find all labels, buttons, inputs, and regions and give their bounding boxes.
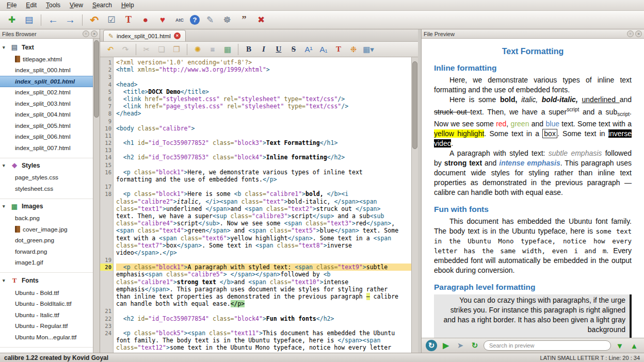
smarten-punctuation-icon[interactable]: ❉	[347, 43, 360, 56]
preview-document[interactable]: Text FormattingInline formattingHere, we…	[422, 39, 644, 338]
underline-button[interactable]: U	[272, 43, 285, 56]
code-line[interactable]: <p class="block1">Here, we demonstrate v…	[116, 169, 411, 176]
code-line[interactable]	[116, 256, 411, 264]
code-line[interactable]: <p class="block1">A paragraph with style…	[116, 264, 411, 271]
editor-tab[interactable]: ✎ index_split_001.html ×	[103, 30, 186, 41]
code-line[interactable]: text. Then, we have a super<sup class="c…	[116, 212, 411, 220]
paste-icon[interactable]: ❐	[170, 43, 183, 56]
file-item[interactable]: image1.gif	[0, 257, 93, 269]
file-item[interactable]: index_split_004.html	[0, 109, 93, 121]
chevron-down-icon[interactable]: ▾	[3, 204, 7, 209]
code-line[interactable]: than inline text properties as demonstra…	[116, 293, 411, 300]
undo-icon[interactable]: ↶	[104, 43, 117, 56]
code-line[interactable]: <?xml version='1.0' encoding='utf-8'?>	[116, 59, 411, 66]
editor-scrollbar-thumb[interactable]	[412, 61, 417, 149]
close-panel-icon[interactable]: ×	[635, 30, 642, 37]
code-line[interactable]: class="text1">underlined </span>and <spa…	[116, 205, 411, 212]
next-match-button[interactable]: ▼	[614, 340, 625, 351]
menu-edit[interactable]: Edit	[21, 1, 41, 10]
format-color-icon[interactable]: T	[332, 43, 345, 56]
menu-file[interactable]: File	[2, 1, 21, 10]
file-item[interactable]: stylesheet.css	[0, 183, 93, 194]
code-line[interactable]	[116, 146, 411, 154]
category-header-images[interactable]: ▾▦Images	[0, 200, 93, 213]
code-line[interactable]	[116, 118, 411, 125]
strikethrough-button[interactable]: S	[287, 43, 300, 56]
file-item[interactable]: Ubuntu - Italic.ttf	[0, 309, 93, 321]
save-icon[interactable]: ▤	[22, 13, 36, 27]
tools-icon[interactable]: ☸	[220, 13, 234, 27]
check-book-icon[interactable]: ☑	[105, 13, 118, 27]
preview-reload-button[interactable]: ↻	[426, 340, 437, 351]
preview-search-input[interactable]	[484, 340, 611, 351]
file-item[interactable]: Ubuntu - Regular.ttf	[0, 321, 93, 332]
file-item[interactable]: Ubuntu - Bold.ttf	[0, 287, 93, 299]
subscript-button[interactable]: A₁	[317, 43, 330, 56]
category-header-text[interactable]: ▾▤Text	[0, 41, 93, 54]
file-item[interactable]: forward.png	[0, 246, 93, 257]
code-line[interactable]: <p class="block1">Here is some <b class=…	[116, 190, 411, 198]
code-line[interactable]	[116, 183, 411, 190]
file-item[interactable]: index_split_005.html	[0, 120, 93, 131]
file-item[interactable]: back.png	[0, 213, 93, 224]
preview-send-icon[interactable]: ➤	[455, 340, 466, 351]
editor-scrollbar[interactable]	[411, 57, 418, 353]
close-panel-icon[interactable]: ×	[91, 30, 98, 37]
code-line[interactable]	[116, 132, 411, 139]
undo-icon[interactable]: ↶	[88, 13, 101, 27]
file-item[interactable]: index_split_000.html	[0, 65, 93, 76]
file-item[interactable]: index_split_003.html	[0, 98, 93, 109]
code-line[interactable]: <p class="block5"><span class="text11">T…	[116, 330, 411, 337]
code-line[interactable]	[116, 161, 411, 169]
code-line[interactable]: <h2 id="id_Toc359077854" class="block4">…	[116, 315, 411, 322]
code-line[interactable]: class="calibre4">script</sub>. Now we se…	[116, 220, 411, 227]
file-item[interactable]: titlepage.xhtml	[0, 54, 93, 65]
code-line[interactable]: class="calibre2">italic, </i><span class…	[116, 198, 411, 205]
code-line[interactable]: font family. The body text is in the Ubu…	[116, 337, 411, 344]
donate-icon[interactable]: ♥	[156, 13, 169, 27]
forward-icon[interactable]: →	[63, 13, 77, 27]
code-line[interactable]: <link href="page_styles.css" rel="styles…	[116, 103, 411, 110]
category-header-styles[interactable]: ▾❖Styles	[0, 159, 93, 172]
chevron-down-icon[interactable]: ▾	[3, 163, 7, 168]
files-scrollbar[interactable]	[93, 39, 100, 353]
code-line[interactable]: video</span>.</p>	[116, 249, 411, 256]
edit-icon[interactable]: ✎	[203, 13, 217, 27]
menu-tools[interactable]: Tools	[41, 1, 65, 10]
code-line[interactable]: formatting and the use of embedded fonts…	[116, 176, 411, 183]
preview-play-button[interactable]: ▶	[440, 340, 452, 351]
code-line[interactable]	[116, 322, 411, 330]
code-line[interactable]: emphasis<span class="calibre5"> </span><…	[116, 271, 411, 278]
code-line[interactable]: class="text7">box</span>. Some text in <…	[116, 242, 411, 249]
bold-button[interactable]: B	[243, 43, 255, 56]
file-item[interactable]: cover_image.jpg	[0, 224, 93, 235]
insert-table-icon[interactable]: ▦▾	[362, 43, 375, 56]
help-icon[interactable]: ?	[190, 15, 200, 25]
file-item[interactable]: index_split_001.html	[0, 76, 93, 87]
toc-icon[interactable]: AtC	[173, 13, 186, 27]
preview-refresh-button[interactable]: ↻	[469, 340, 480, 351]
code-line[interactable]	[116, 307, 411, 315]
file-item[interactable]: page_styles.css	[0, 172, 93, 184]
float-panel-icon[interactable]: ▫	[627, 30, 634, 37]
new-file-icon[interactable]: ✚	[5, 13, 19, 27]
code-line[interactable]: <html xmlns="http://www.w3.org/1999/xhtm…	[116, 66, 411, 73]
cut-icon[interactable]: ✂	[140, 43, 153, 56]
redo-icon[interactable]: ↷	[119, 43, 132, 56]
code-line[interactable]: text with a <span class="text6">yellow h…	[116, 235, 411, 242]
code-line[interactable]: emphasis</span>. This paragraph uses doc…	[116, 286, 411, 293]
menu-view[interactable]: View	[65, 1, 88, 10]
code-line[interactable]: </head>	[116, 110, 411, 117]
code-line[interactable]: <h2 id="id_Toc359077853" class="block4">…	[116, 154, 411, 161]
code-line[interactable]: <h1 id="id_Toc359077852" class="block3">…	[116, 139, 411, 146]
menu-search[interactable]: Search	[88, 1, 117, 10]
files-scrollbar-thumb[interactable]	[94, 40, 99, 118]
code-line[interactable]	[116, 73, 411, 80]
file-item[interactable]: dot_green.png	[0, 235, 93, 246]
file-item[interactable]: Ubuntu - BoldItalic.ttf	[0, 299, 93, 310]
category-header-fonts[interactable]: ▾TFonts	[0, 274, 93, 287]
insert-special-character-icon[interactable]: ✺	[191, 43, 204, 56]
bug-icon[interactable]: ●	[139, 13, 152, 27]
file-item[interactable]: index_split_007.html	[0, 142, 93, 154]
code-line[interactable]: class="text12">some text in the Ubuntu M…	[116, 344, 411, 351]
